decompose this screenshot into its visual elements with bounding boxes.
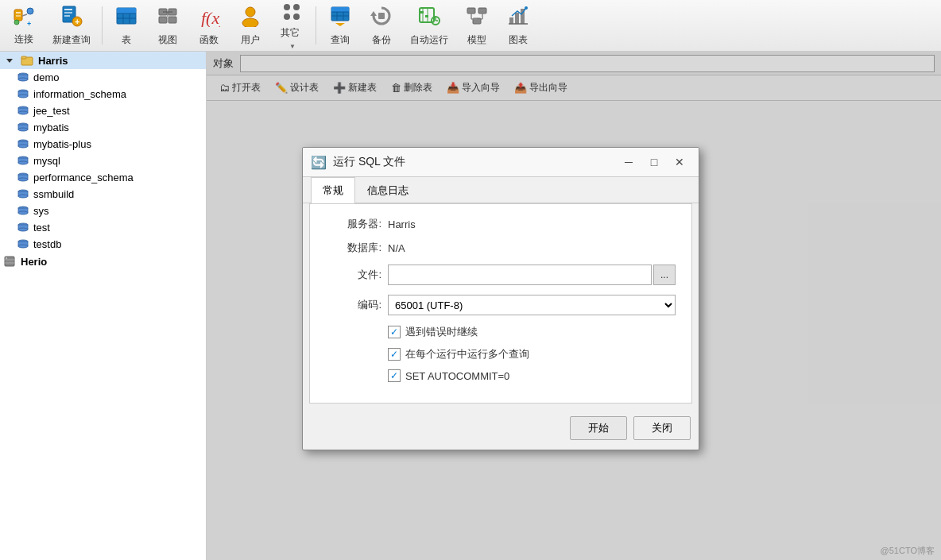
sidebar-item-test[interactable]: test bbox=[0, 219, 206, 236]
db-icon-mybatis-plus bbox=[17, 139, 29, 150]
svg-rect-9 bbox=[64, 12, 72, 14]
sidebar-item-mysql[interactable]: mysql bbox=[0, 153, 206, 169]
sidebar-item-performance-schema[interactable]: performance_schema bbox=[0, 169, 206, 186]
toolbar-model[interactable]: 模型 bbox=[456, 0, 498, 51]
chevron-down-icon bbox=[3, 54, 16, 67]
sidebar: Harris demo information_schema bbox=[0, 52, 207, 560]
dialog-start-button[interactable]: 开始 bbox=[570, 416, 627, 440]
svg-point-86 bbox=[18, 195, 28, 198]
autorun-icon bbox=[418, 5, 440, 30]
toolbar-user[interactable]: 用户 bbox=[230, 0, 271, 51]
svg-point-65 bbox=[18, 78, 28, 81]
file-browse-button[interactable]: ... bbox=[653, 265, 676, 285]
svg-point-89 bbox=[18, 211, 28, 214]
set-autocommit-checkbox[interactable] bbox=[388, 369, 401, 382]
svg-point-30 bbox=[284, 14, 290, 20]
svg-line-4 bbox=[22, 14, 27, 16]
svg-rect-39 bbox=[378, 13, 385, 19]
svg-point-77 bbox=[18, 145, 28, 148]
run-multiple-label: 在每个运行中运行多个查询 bbox=[405, 347, 529, 361]
svg-point-3 bbox=[27, 8, 33, 14]
main-area: Harris demo information_schema bbox=[0, 52, 941, 560]
toolbar-new-query[interactable]: + 新建查询 bbox=[45, 0, 99, 51]
toolbar-other[interactable]: 其它 ▼ bbox=[271, 0, 312, 51]
db-icon-jee-test bbox=[17, 106, 29, 117]
db-icon-demo bbox=[17, 72, 29, 83]
dialog-close-footer-button[interactable]: 关闭 bbox=[633, 416, 691, 440]
browse-dots-label: ... bbox=[660, 269, 668, 280]
dialog-tab-log-label: 信息日志 bbox=[367, 184, 409, 196]
dialog-minimize-button[interactable]: ─ bbox=[618, 153, 640, 172]
continue-on-error-checkbox[interactable] bbox=[388, 326, 401, 338]
toolbar-backup[interactable]: 备份 bbox=[361, 0, 402, 51]
db-icon-sys bbox=[17, 206, 29, 217]
svg-point-31 bbox=[293, 14, 300, 20]
svg-rect-8 bbox=[64, 9, 72, 10]
svg-rect-62 bbox=[21, 56, 26, 59]
run-multiple-checkbox[interactable] bbox=[388, 348, 401, 361]
view-icon bbox=[157, 5, 179, 30]
sidebar-item-information-schema-label: information_schema bbox=[33, 88, 126, 100]
view-label: 视图 bbox=[158, 33, 177, 47]
svg-rect-55 bbox=[509, 17, 513, 24]
dialog-title-text: 运行 SQL 文件 bbox=[333, 155, 611, 169]
sidebar-item-herio[interactable]: Herio bbox=[0, 253, 206, 270]
start-label: 开始 bbox=[588, 422, 609, 434]
dialog-tab-general[interactable]: 常规 bbox=[311, 177, 355, 203]
dialog-title-icon: 🔄 bbox=[311, 155, 327, 170]
sidebar-item-information-schema[interactable]: information_schema bbox=[0, 86, 206, 102]
sidebar-item-jee-test[interactable]: jee_test bbox=[0, 102, 206, 119]
db-icon-information-schema bbox=[17, 89, 29, 100]
sidebar-item-sys[interactable]: sys bbox=[0, 203, 206, 219]
query-label: 查询 bbox=[331, 33, 350, 47]
sidebar-item-harris-label: Harris bbox=[38, 55, 68, 67]
svg-point-71 bbox=[18, 111, 28, 114]
dialog-close-button[interactable]: ✕ bbox=[668, 153, 691, 172]
sidebar-item-demo[interactable]: demo bbox=[0, 69, 206, 86]
toolbar-autorun[interactable]: 自动运行 bbox=[402, 0, 456, 51]
sidebar-item-ssmbuild[interactable]: ssmbuild bbox=[0, 186, 206, 203]
svg-rect-22 bbox=[168, 17, 176, 23]
toolbar: + 连接 + 新建查询 bbox=[0, 0, 941, 52]
db-icon-testdb bbox=[17, 239, 29, 250]
db-icon-ssmbuild bbox=[17, 189, 29, 200]
checkbox-row-set-autocommit[interactable]: SET AUTOCOMMIT=0 bbox=[388, 369, 676, 382]
dialog-tab-log[interactable]: 信息日志 bbox=[355, 177, 420, 203]
sidebar-item-sys-label: sys bbox=[33, 205, 49, 217]
svg-point-98 bbox=[6, 257, 7, 259]
sidebar-item-testdb[interactable]: testdb bbox=[0, 236, 206, 253]
form-row-database: 数据库: N/A bbox=[326, 241, 676, 255]
toolbar-chart[interactable]: 图表 bbox=[498, 0, 539, 51]
dialog-body: 服务器: Harris 数据库: N/A 文件: ... bbox=[309, 203, 692, 404]
checkbox-row-run-multiple[interactable]: 在每个运行中运行多个查询 bbox=[388, 347, 676, 361]
file-input[interactable] bbox=[388, 265, 652, 285]
db-icon-mybatis bbox=[17, 122, 29, 133]
svg-marker-60 bbox=[6, 59, 13, 63]
sidebar-item-harris[interactable]: Harris bbox=[0, 52, 206, 69]
run-sql-dialog: 🔄 运行 SQL 文件 ─ □ ✕ 常规 信息日志 bbox=[302, 147, 699, 450]
sidebar-item-mybatis[interactable]: mybatis bbox=[0, 119, 206, 136]
content-area: 对象 🗂 打开表 ✏️ 设计表 ➕ 新建表 🗑 删除表 📥 导入 bbox=[207, 52, 941, 560]
sidebar-item-mysql-label: mysql bbox=[33, 155, 60, 167]
chart-label: 图表 bbox=[509, 33, 528, 47]
sidebar-item-test-label: test bbox=[33, 222, 50, 234]
toolbar-view[interactable]: 视图 bbox=[147, 0, 188, 51]
svg-rect-49 bbox=[478, 8, 486, 14]
toolbar-table[interactable]: 表 bbox=[106, 0, 147, 51]
checkbox-row-continue-on-error[interactable]: 遇到错误时继续 bbox=[388, 325, 676, 339]
svg-point-27 bbox=[242, 18, 258, 27]
toolbar-query[interactable]: 查询 bbox=[319, 0, 361, 51]
toolbar-func[interactable]: f(x) 函数 bbox=[188, 0, 230, 51]
model-icon bbox=[466, 5, 488, 30]
connect-label: 连接 bbox=[14, 33, 33, 46]
dialog-maximize-button[interactable]: □ bbox=[643, 153, 665, 172]
sidebar-item-mybatis-plus[interactable]: mybatis-plus bbox=[0, 136, 206, 153]
file-input-group: ... bbox=[388, 265, 676, 285]
encoding-select[interactable]: 65001 (UTF-8) UTF-16 GBK GB2312 bbox=[388, 295, 676, 315]
svg-point-59 bbox=[525, 6, 528, 10]
toolbar-connect[interactable]: + 连接 bbox=[3, 0, 45, 51]
svg-rect-43 bbox=[420, 11, 424, 14]
svg-rect-10 bbox=[64, 15, 70, 17]
query-icon bbox=[329, 5, 351, 30]
sidebar-item-mybatis-plus-label: mybatis-plus bbox=[33, 138, 91, 150]
